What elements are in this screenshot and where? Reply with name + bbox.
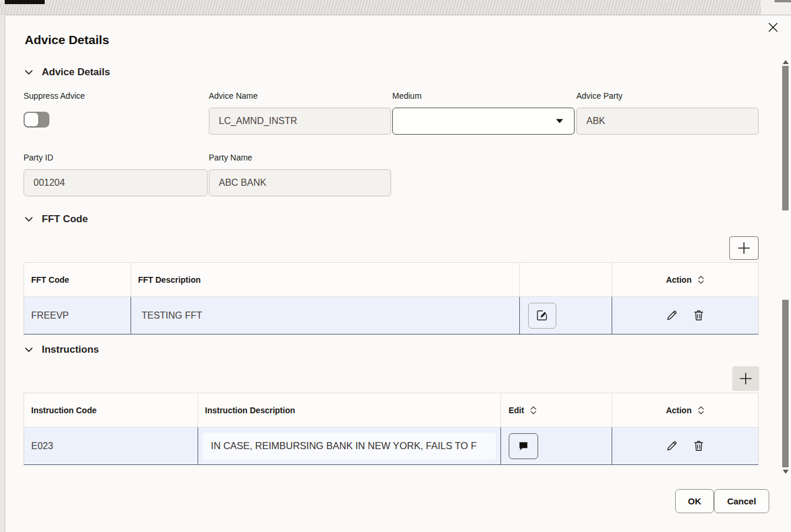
- medium-label: Medium: [392, 91, 422, 101]
- suppress-advice-label: Suppress Advice: [24, 91, 85, 101]
- instruction-description-input[interactable]: IN CASE, REIMBURSING BANK IN NEW YORK, F…: [203, 433, 496, 460]
- sort-icon: [697, 406, 705, 415]
- backdrop-corner-mark: [775, 0, 791, 2]
- chevron-down-icon: [24, 344, 34, 355]
- chevron-down-icon: [24, 214, 34, 225]
- dialog-title: Advice Details: [25, 33, 109, 47]
- party-id-input[interactable]: 001204: [24, 169, 208, 196]
- suppress-advice-toggle[interactable]: [24, 112, 49, 128]
- advice-party-value: ABK: [586, 116, 605, 126]
- instruction-code-header: Instruction Code: [24, 393, 198, 427]
- fft-table-header: FFT Code FFT Description Action: [24, 262, 759, 297]
- instructions-table-header: Instruction Code Instruction Description…: [24, 393, 759, 427]
- section-fft-code[interactable]: FFT Code: [24, 213, 88, 225]
- comment-icon: [518, 440, 529, 452]
- section-title: Instructions: [42, 344, 99, 356]
- fft-table: FFT Code FFT Description Action FREEVP T…: [24, 262, 759, 334]
- sort-icon: [697, 275, 705, 285]
- instruction-edit-header[interactable]: Edit: [501, 393, 613, 427]
- fft-row-edit-button[interactable]: [665, 309, 679, 322]
- party-id-label: Party ID: [24, 153, 54, 162]
- fft-row-delete-button[interactable]: [692, 309, 705, 322]
- ok-button[interactable]: OK: [675, 489, 714, 513]
- sort-icon: [530, 406, 537, 415]
- instruction-comment-button[interactable]: [509, 433, 538, 459]
- party-id-value: 001204: [34, 178, 65, 188]
- advice-party-input[interactable]: ABK: [576, 108, 759, 135]
- instruction-code-cell: E023: [24, 427, 198, 464]
- close-button[interactable]: [762, 18, 783, 36]
- inner-scrollbar-thumb[interactable]: [782, 300, 789, 467]
- advice-name-input[interactable]: LC_AMND_INSTR: [209, 108, 391, 135]
- instruction-description-cell: IN CASE, REIMBURSING BANK IN NEW YORK, F…: [198, 427, 501, 464]
- instructions-add-button[interactable]: [732, 366, 759, 391]
- section-title: FFT Code: [42, 213, 88, 225]
- chevron-down-icon: [24, 67, 34, 78]
- fft-table-row: FREEVP TESTING FFT: [24, 297, 759, 334]
- edit-note-icon: [535, 309, 549, 322]
- medium-select[interactable]: [392, 108, 575, 135]
- caret-down-icon: [556, 119, 563, 123]
- instructions-table: Instruction Code Instruction Description…: [24, 393, 759, 465]
- cancel-button[interactable]: Cancel: [714, 489, 769, 513]
- screen: Advice Details Advice Details Suppress A…: [0, 0, 791, 532]
- party-name-value: ABC BANK: [219, 178, 266, 188]
- plus-icon: [736, 240, 752, 256]
- instruction-action-cell: [612, 427, 758, 464]
- fft-blank-header: [520, 263, 613, 296]
- outer-scrollbar-thumb[interactable]: [782, 66, 789, 210]
- instructions-table-row: E023 IN CASE, REIMBURSING BANK IN NEW YO…: [24, 427, 759, 465]
- instruction-row-edit-button[interactable]: [665, 439, 679, 453]
- fft-action-cell: [612, 297, 758, 334]
- fft-add-button[interactable]: [729, 236, 759, 260]
- party-name-input[interactable]: ABC BANK: [209, 169, 391, 196]
- instruction-action-header[interactable]: Action: [612, 393, 758, 427]
- fft-action-header[interactable]: Action: [612, 263, 758, 296]
- fft-edit-note-cell: [520, 297, 613, 334]
- fft-code-cell: FREEVP: [24, 297, 131, 334]
- instruction-edit-cell: [501, 427, 613, 464]
- pencil-icon: [665, 309, 679, 322]
- scrollbar-up-arrow-icon[interactable]: [783, 60, 789, 64]
- backdrop-artifact: [5, 0, 45, 4]
- section-title: Advice Details: [42, 66, 110, 78]
- advice-name-value: LC_AMND_INSTR: [219, 116, 297, 126]
- advice-party-label: Advice Party: [576, 91, 623, 101]
- advice-name-label: Advice Name: [209, 91, 258, 101]
- fft-description-cell: TESTING FFT: [131, 297, 520, 334]
- fft-description-header: FFT Description: [131, 263, 520, 296]
- scrollbar-down-arrow-icon[interactable]: [783, 470, 789, 474]
- party-name-label: Party Name: [209, 153, 252, 162]
- instruction-row-delete-button[interactable]: [692, 439, 705, 453]
- page-backdrop: [0, 0, 791, 15]
- plus-icon: [738, 371, 753, 386]
- fft-code-header: FFT Code: [24, 263, 131, 296]
- toggle-knob: [25, 113, 38, 126]
- section-advice-details[interactable]: Advice Details: [24, 66, 110, 78]
- instruction-description-header: Instruction Description: [198, 393, 501, 427]
- section-instructions[interactable]: Instructions: [24, 344, 99, 356]
- pencil-icon: [665, 439, 679, 453]
- close-icon: [766, 21, 780, 34]
- trash-icon: [692, 309, 705, 322]
- fft-edit-note-button[interactable]: [528, 303, 556, 329]
- trash-icon: [692, 439, 705, 453]
